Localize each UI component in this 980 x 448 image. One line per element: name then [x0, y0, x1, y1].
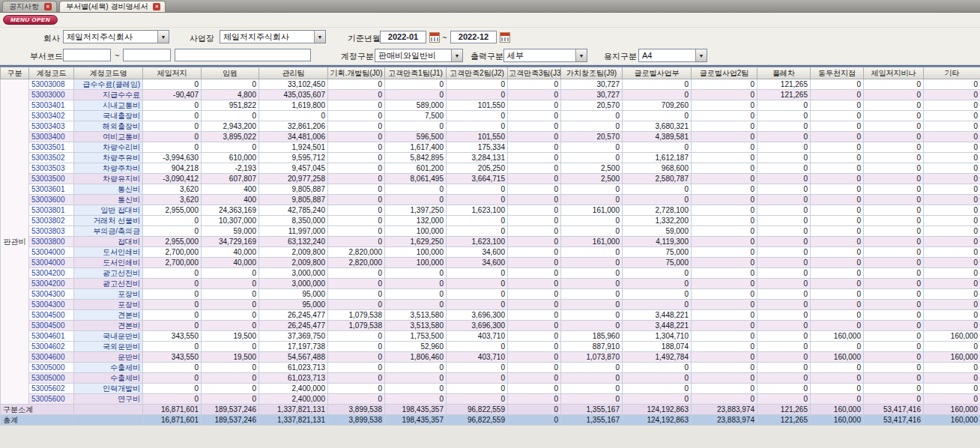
amount-cell[interactable]: 0	[508, 195, 561, 205]
amount-cell[interactable]: 4,119,300	[623, 237, 692, 247]
amount-cell[interactable]: 0	[924, 268, 980, 279]
account-row[interactable]: 53003503차량주차비904,218-2,1939,457,0450601,…	[1, 163, 980, 174]
amount-cell[interactable]: 0	[692, 132, 757, 142]
amount-cell[interactable]: 17,197,738	[259, 342, 328, 352]
chevron-down-icon[interactable]: ▼	[575, 49, 587, 61]
amount-cell[interactable]: 0	[864, 79, 924, 90]
amount-cell[interactable]: 0	[143, 394, 202, 405]
amount-cell[interactable]: 0	[757, 352, 811, 363]
amount-cell[interactable]: 1,619,800	[259, 100, 328, 111]
amount-cell[interactable]: 0	[692, 195, 757, 205]
amount-cell[interactable]: 37,369,750	[259, 331, 328, 342]
amount-cell[interactable]: 5,842,895	[385, 153, 447, 163]
amount-cell[interactable]: 0	[447, 279, 508, 289]
amount-cell[interactable]: 3,620	[143, 195, 202, 205]
amount-cell[interactable]: 0	[692, 373, 757, 384]
amount-cell[interactable]: 0	[924, 247, 980, 258]
amount-cell[interactable]: 0	[508, 247, 561, 258]
amount-cell[interactable]: 1,079,538	[328, 310, 385, 321]
amount-cell[interactable]: 0	[143, 373, 202, 384]
amount-cell[interactable]: 0	[924, 226, 980, 237]
amount-cell[interactable]: 0	[864, 268, 924, 279]
amount-cell[interactable]: 0	[328, 300, 385, 310]
amount-cell[interactable]: 3,513,580	[385, 310, 447, 321]
amount-cell[interactable]: 0	[864, 342, 924, 352]
account-row[interactable]: 53003801일반 접대비2,955,00024,363,16942,785,…	[1, 205, 980, 216]
account-row[interactable]: 53004000도서인쇄비2,700,00040,0002,009,8002,8…	[1, 258, 980, 268]
account-code-cell[interactable]: 53003600	[29, 195, 74, 205]
amount-cell[interactable]: 0	[508, 363, 561, 373]
chevron-down-icon[interactable]: ▼	[695, 49, 707, 61]
chevron-down-icon[interactable]: ▼	[157, 31, 169, 43]
amount-cell[interactable]: 0	[202, 279, 259, 289]
account-code-cell[interactable]: 53004500	[29, 310, 74, 321]
amount-cell[interactable]: 0	[924, 237, 980, 247]
amount-cell[interactable]: 0	[757, 300, 811, 310]
amount-cell[interactable]: 0	[385, 184, 447, 195]
account-name-cell[interactable]: 도서인쇄비	[74, 247, 143, 258]
amount-cell[interactable]: 0	[143, 142, 202, 153]
amount-cell[interactable]: 0	[692, 142, 757, 153]
amount-cell[interactable]: 0	[561, 279, 623, 289]
amount-cell[interactable]: 0	[692, 237, 757, 247]
site-select[interactable]: 제일저지주식회사 ▼	[220, 30, 326, 43]
amount-cell[interactable]: -2,193	[202, 163, 259, 174]
amount-cell[interactable]: 0	[757, 100, 811, 111]
amount-cell[interactable]: 0	[811, 153, 864, 163]
amount-cell[interactable]: 403,710	[447, 352, 508, 363]
amount-cell[interactable]: 0	[447, 342, 508, 352]
dept-code-from-input[interactable]	[63, 49, 111, 61]
amount-cell[interactable]: 0	[757, 111, 811, 121]
amount-cell[interactable]: 0	[328, 163, 385, 174]
chevron-down-icon[interactable]: ▼	[451, 49, 462, 61]
amount-cell[interactable]: 0	[757, 373, 811, 384]
amount-cell[interactable]: 0	[143, 121, 202, 132]
amount-cell[interactable]: 0	[811, 132, 864, 142]
amount-cell[interactable]: 0	[864, 174, 924, 184]
amount-cell[interactable]: 0	[864, 226, 924, 237]
account-name-cell[interactable]: 운반비	[74, 352, 143, 363]
account-name-cell[interactable]: 차량유지비	[74, 174, 143, 184]
amount-cell[interactable]: 124,192,863	[623, 405, 692, 415]
amount-cell[interactable]: 1,355,167	[561, 415, 623, 426]
amount-cell[interactable]: 0	[202, 111, 259, 121]
account-name-cell[interactable]: 견본비	[74, 310, 143, 321]
amount-cell[interactable]: 0	[811, 279, 864, 289]
amount-cell[interactable]: 0	[143, 268, 202, 279]
amount-cell[interactable]: 9,595,712	[259, 153, 328, 163]
amount-cell[interactable]: 0	[385, 268, 447, 279]
amount-cell[interactable]: 0	[385, 90, 447, 100]
amount-cell[interactable]: 0	[623, 111, 692, 121]
amount-cell[interactable]: 0	[143, 384, 202, 394]
account-name-cell[interactable]: 수출제비	[74, 373, 143, 384]
amount-cell[interactable]: 0	[864, 195, 924, 205]
amount-cell[interactable]: 0	[864, 111, 924, 121]
account-code-cell[interactable]: 53003502	[29, 153, 74, 163]
amount-cell[interactable]: 0	[561, 195, 623, 205]
amount-cell[interactable]: 0	[811, 342, 864, 352]
amount-cell[interactable]: 53,417,416	[864, 415, 924, 426]
amount-cell[interactable]: 0	[864, 132, 924, 142]
amount-cell[interactable]: 24,363,169	[202, 205, 259, 216]
amount-cell[interactable]: 3,513,580	[385, 321, 447, 331]
account-name-cell[interactable]: 도서인쇄비	[74, 258, 143, 268]
amount-cell[interactable]: 0	[623, 394, 692, 405]
account-name-cell[interactable]: 포장비	[74, 300, 143, 310]
amount-cell[interactable]: 0	[692, 184, 757, 195]
column-header[interactable]: 글로벌사업부	[623, 67, 692, 79]
amount-cell[interactable]: 0	[328, 363, 385, 373]
amount-cell[interactable]: 4,389,581	[623, 132, 692, 142]
amount-cell[interactable]: 0	[447, 216, 508, 226]
amount-cell[interactable]: 0	[202, 342, 259, 352]
amount-cell[interactable]: 0	[508, 90, 561, 100]
amount-cell[interactable]: 34,600	[447, 247, 508, 258]
grand-total-row[interactable]: 총계16,871,601189,537,2461,337,821,1313,89…	[1, 415, 980, 426]
amount-cell[interactable]: 0	[692, 79, 757, 90]
amount-cell[interactable]: 7,500	[385, 111, 447, 121]
amount-cell[interactable]: 160,000	[811, 415, 864, 426]
amount-cell[interactable]: 0	[623, 279, 692, 289]
amount-cell[interactable]: 0	[561, 268, 623, 279]
amount-cell[interactable]: 0	[143, 310, 202, 321]
amount-cell[interactable]: 0	[143, 100, 202, 111]
amount-cell[interactable]: 188,074	[623, 342, 692, 352]
